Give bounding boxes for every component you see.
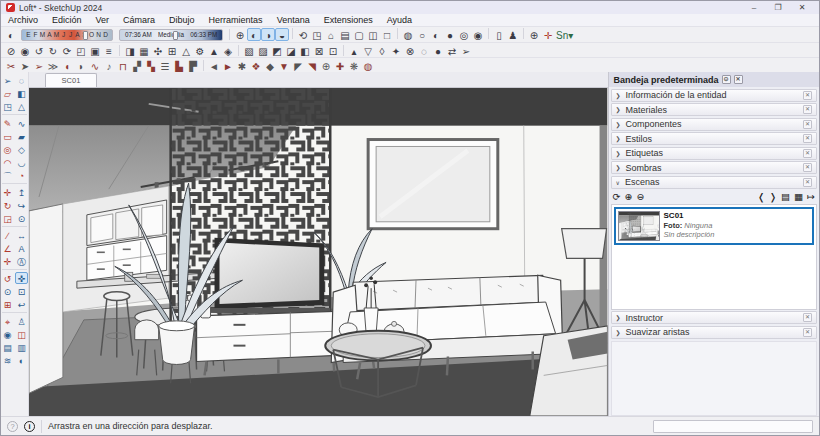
- move-scene-up-icon[interactable]: ❭: [769, 191, 777, 202]
- select-tool[interactable]: ➢: [1, 74, 14, 86]
- extension-icon-r2-05[interactable]: ⟳: [60, 44, 74, 57]
- extension-icon-r3-26[interactable]: ◍: [361, 59, 375, 72]
- extension-icon-r3-18[interactable]: ❖: [249, 59, 263, 72]
- close-icon[interactable]: ✕: [803, 120, 812, 129]
- pie-tool[interactable]: ◔: [15, 169, 28, 181]
- rectangle-tool[interactable]: ▭: [1, 130, 14, 142]
- extension-icon-r2-30[interactable]: ●: [431, 44, 445, 57]
- orbit-tool[interactable]: ↺: [1, 272, 14, 284]
- polygon-tool[interactable]: ◇: [15, 143, 28, 155]
- section-instructor[interactable]: ❯Instructor✕: [611, 311, 817, 324]
- lasso-select-tool[interactable]: ◌: [15, 74, 28, 86]
- extension-icon-r3-09[interactable]: ⊓: [116, 59, 130, 72]
- extension-icon-r3-24[interactable]: ✚: [333, 59, 347, 72]
- shadow-on-faces-icon[interactable]: ◑: [261, 28, 275, 41]
- extension-icon-r2-13[interactable]: △: [179, 44, 193, 57]
- extension-icon-r2-08[interactable]: ≡: [102, 44, 116, 57]
- extension-icon-r2-27[interactable]: ✦: [389, 44, 403, 57]
- back-view-icon[interactable]: □: [380, 28, 394, 41]
- freehand-tool[interactable]: ∿: [15, 117, 28, 129]
- xray-style-icon[interactable]: ◍: [401, 28, 415, 41]
- close-icon[interactable]: ✕: [803, 149, 812, 158]
- shadow-time-slider[interactable]: 07:36 AM Mediodía 06:33 PM: [119, 29, 223, 41]
- extension-icon-r2-02[interactable]: ◉: [18, 44, 32, 57]
- line-tool[interactable]: ✎: [1, 117, 14, 129]
- shadow-date-slider[interactable]: EFMAMJJASOND: [21, 29, 113, 41]
- pan-tool[interactable]: ✜: [15, 272, 28, 284]
- iso-view-icon[interactable]: ◳: [310, 28, 324, 41]
- scene-item-sc01[interactable]: SC01Foto: NingunaSin descripción: [614, 207, 814, 245]
- extension-icon-r2-15[interactable]: ▲: [207, 44, 221, 57]
- menu-ayuda[interactable]: Ayuda: [380, 15, 419, 25]
- extension-icon-r3-04[interactable]: ≫: [46, 59, 60, 72]
- extension-icon-r3-16[interactable]: ►: [221, 59, 235, 72]
- close-button[interactable]: ✕: [790, 3, 814, 12]
- close-icon[interactable]: ✕: [803, 178, 812, 187]
- dimension-tool[interactable]: ↔: [15, 229, 28, 241]
- section-suavizar-aristas[interactable]: ❯Suavizar aristas✕: [611, 326, 817, 339]
- home-view-icon[interactable]: ⌂: [324, 28, 338, 41]
- shadow-on-ground-icon[interactable]: ◒: [275, 28, 289, 41]
- extension-icon-r2-18[interactable]: ▨: [256, 44, 270, 57]
- zoom-extents-tool[interactable]: ⊞: [1, 298, 14, 310]
- extension-icon-r2-04[interactable]: ↻: [46, 44, 60, 57]
- move-scene-down-icon[interactable]: ❬: [757, 191, 765, 202]
- extension-icon-r2-22[interactable]: ⊠: [312, 44, 326, 57]
- walk-tool[interactable]: ♙: [15, 315, 28, 327]
- extension-icon-r2-16[interactable]: ◈: [221, 44, 235, 57]
- extension-icon-r3-14[interactable]: ▛: [186, 59, 200, 72]
- update-scene-icon[interactable]: ⟳: [613, 191, 621, 202]
- rotate-tool[interactable]: ↻: [1, 199, 14, 211]
- axes-icon[interactable]: ✛: [541, 28, 555, 41]
- stamp-tool[interactable]: ◳: [1, 100, 14, 112]
- close-icon[interactable]: ✕: [803, 134, 812, 143]
- extension-icon-r3-01[interactable]: ✂: [4, 59, 18, 72]
- scene-tab-sc01[interactable]: SC01: [45, 73, 97, 87]
- shadow-settings-icon[interactable]: ◐: [4, 28, 18, 41]
- previous-view-icon[interactable]: ⟲: [296, 28, 310, 41]
- extension-icon-r2-25[interactable]: ▽: [361, 44, 375, 57]
- extension-icon-r3-02[interactable]: ➤: [18, 59, 32, 72]
- extension-icon-r3-13[interactable]: ▙: [172, 59, 186, 72]
- extension-icon-r3-12[interactable]: ☰: [158, 59, 172, 72]
- extension-icon-r2-31[interactable]: ⇄: [445, 44, 459, 57]
- top-view-icon[interactable]: ▤: [338, 28, 352, 41]
- eraser-tool[interactable]: ▱: [1, 87, 14, 99]
- extension-icon-r3-22[interactable]: ◥: [305, 59, 319, 72]
- extension-icon-r2-26[interactable]: ◊: [375, 44, 389, 57]
- section-sombras[interactable]: ❯Sombras✕: [611, 161, 817, 174]
- shapes-tool[interactable]: △: [15, 100, 28, 112]
- front-view-icon[interactable]: ▢: [352, 28, 366, 41]
- extension-icon-r3-19[interactable]: ◆: [263, 59, 277, 72]
- arc-tool[interactable]: ◠: [1, 156, 14, 168]
- hidden-line-style-icon[interactable]: ◐: [429, 28, 443, 41]
- extension-icon-r2-23[interactable]: ⊡: [326, 44, 340, 57]
- extension-icon-r2-21[interactable]: ◧: [298, 44, 312, 57]
- date-slider-thumb[interactable]: [83, 31, 88, 40]
- model-canvas[interactable]: [29, 88, 608, 416]
- push-pull-tool[interactable]: ↥: [15, 186, 28, 198]
- shadows-icon[interactable]: ◐: [15, 354, 28, 366]
- paint-bucket-tool[interactable]: ◧: [15, 87, 28, 99]
- axes-tool[interactable]: ✛: [1, 255, 14, 267]
- three-point-arc-tool[interactable]: ⌒: [1, 169, 14, 181]
- extension-icon-r2-29[interactable]: ◌: [417, 44, 431, 57]
- section-estilos[interactable]: ❯Estilos✕: [611, 132, 817, 145]
- section-etiquetas[interactable]: ❯Etiquetas✕: [611, 147, 817, 160]
- extension-icon-r3-11[interactable]: ▚: [144, 59, 158, 72]
- minimize-button[interactable]: –: [742, 3, 766, 12]
- extension-icon-r3-25[interactable]: ❋: [347, 59, 361, 72]
- geolocation-help-icon[interactable]: ?: [7, 421, 18, 432]
- circle-tool[interactable]: ◎: [1, 143, 14, 155]
- shadows-toggle-icon[interactable]: ◐: [247, 28, 261, 41]
- tape-measure-tool[interactable]: ∕: [1, 229, 14, 241]
- extension-icon-r3-05[interactable]: ◖: [60, 59, 74, 72]
- extension-icon-r3-15[interactable]: ◄: [207, 59, 221, 72]
- shaded-style-icon[interactable]: ●: [443, 28, 457, 41]
- menu-archivo[interactable]: Archivo: [1, 15, 45, 25]
- extension-icon-r3-07[interactable]: ∿: [88, 59, 102, 72]
- extension-icon-r3-03[interactable]: ➢: [32, 59, 46, 72]
- geolocation-globe-icon[interactable]: ⊕: [527, 28, 541, 41]
- remove-scene-icon[interactable]: ⊖: [636, 191, 644, 202]
- scale-tool[interactable]: ◲: [1, 212, 14, 224]
